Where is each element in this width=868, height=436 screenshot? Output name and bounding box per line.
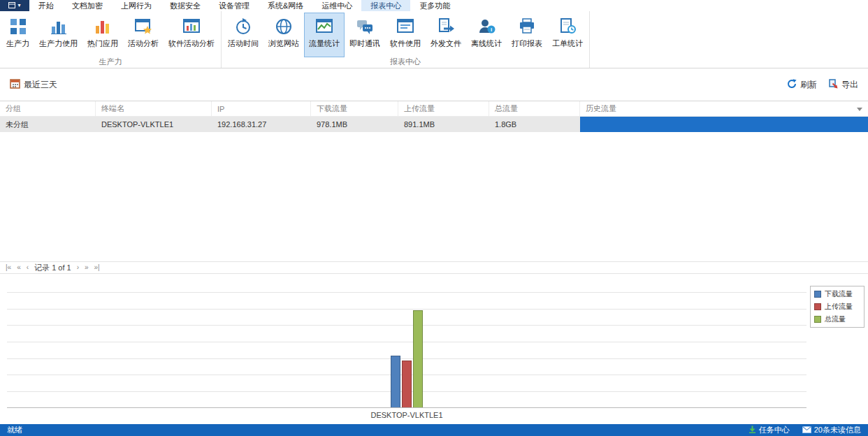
btn-traffic-stats[interactable]: 流量统计 — [304, 13, 345, 57]
first-page-icon[interactable]: |« — [6, 264, 11, 271]
date-range-label: 最近三天 — [24, 79, 57, 91]
chart-bar-group — [391, 310, 423, 407]
chevron-down-icon: ▾ — [17, 3, 20, 8]
cell-group: 未分组 — [0, 117, 96, 132]
ribbon-button-label: 活动分析 — [128, 38, 159, 49]
cell-upload: 891.1MB — [398, 117, 489, 132]
software-activity-icon — [182, 17, 201, 36]
btn-activity-analysis[interactable]: 活动分析 — [123, 13, 164, 57]
refresh-button[interactable]: 刷新 — [787, 79, 817, 91]
date-range-button[interactable]: 最近三天 — [10, 78, 57, 91]
chart-legend: 下载流量 上传流量 总流量 — [810, 286, 865, 328]
grid-icon — [9, 17, 27, 36]
history-traffic-bar — [580, 117, 868, 132]
status-bar: 就绪 任务中心 20条未读信息 — [0, 424, 868, 436]
ribbon-button-label: 软件活动分析 — [168, 38, 215, 49]
column-header-download[interactable]: 下载流量 — [311, 101, 398, 116]
tab-internet-behavior[interactable]: 上网行为 — [112, 0, 161, 11]
ribbon-group-label: 报表中心 — [223, 57, 588, 67]
column-header-terminal[interactable]: 终端名 — [96, 101, 212, 116]
activity-star-icon — [134, 17, 152, 36]
total-bar — [413, 310, 423, 407]
legend-label: 上传流量 — [825, 302, 853, 312]
table-header: 分组 终端名 IP 下载流量 上传流量 总流量 历史流量 — [0, 101, 868, 117]
fast-back-icon[interactable]: « — [17, 264, 21, 271]
traffic-pulse-icon — [315, 17, 333, 36]
ribbon-button-label: 离线统计 — [471, 38, 502, 49]
cell-terminal: DESKTOP-VLKTLE1 — [96, 117, 212, 132]
ribbon-tab-bar: ▾ 开始 文档加密 上网行为 数据安全 设备管理 系统&网络 运维中心 报表中心… — [0, 0, 868, 11]
globe-icon — [275, 17, 293, 36]
export-button[interactable]: 导出 — [828, 79, 858, 91]
legend-item: 下载流量 — [814, 289, 860, 299]
traffic-bar-chart: DESKTOP-VLKTLE1 下载流量 上传流量 总流量 — [0, 273, 868, 424]
column-header-history[interactable]: 历史流量 — [580, 101, 868, 116]
tab-system-network[interactable]: 系统&网络 — [259, 0, 312, 11]
ribbon-empty-space — [590, 11, 868, 68]
unread-messages-button[interactable]: 20条未读信息 — [802, 425, 861, 435]
btn-productivity-usage[interactable]: 生产力使用 — [34, 13, 82, 57]
outgoing-file-icon — [437, 17, 455, 36]
column-header-total[interactable]: 总流量 — [489, 101, 580, 116]
total-legend-swatch — [814, 316, 821, 323]
chart-gridline — [7, 292, 806, 293]
ribbon-button-label: 热门应用 — [87, 38, 118, 49]
upload-legend-swatch — [814, 303, 821, 310]
export-label: 导出 — [841, 79, 858, 91]
btn-browse-websites[interactable]: 浏览网站 — [263, 13, 304, 57]
column-header-ip[interactable]: IP — [212, 101, 311, 116]
table-empty-area — [0, 132, 868, 261]
tab-start[interactable]: 开始 — [29, 0, 63, 11]
prev-page-icon[interactable]: ‹ — [27, 264, 29, 271]
ribbon-button-label: 软件使用 — [390, 38, 421, 49]
ribbon-button-label: 工单统计 — [552, 38, 583, 49]
ribbon-group-label: 生产力 — [1, 57, 219, 67]
calendar-icon — [10, 78, 20, 91]
printer-icon — [518, 17, 536, 36]
btn-offline-stats[interactable]: i 离线统计 — [466, 13, 507, 57]
next-page-icon[interactable]: › — [77, 264, 79, 271]
legend-item: 总流量 — [814, 314, 860, 324]
btn-productivity[interactable]: 生产力 — [1, 13, 34, 57]
ribbon-button-label: 活动时间 — [228, 38, 259, 49]
legend-label: 总流量 — [825, 314, 846, 324]
cell-total: 1.8GB — [489, 117, 580, 132]
tab-data-security[interactable]: 数据安全 — [161, 0, 210, 11]
btn-instant-messaging[interactable]: 即时通讯 — [345, 13, 385, 57]
fast-forward-icon[interactable]: » — [85, 264, 89, 271]
refresh-label: 刷新 — [800, 79, 817, 91]
tab-document-encryption[interactable]: 文档加密 — [63, 0, 112, 11]
app-menu-button[interactable]: ▾ — [0, 0, 29, 11]
ticket-clock-icon — [558, 17, 577, 36]
btn-software-activity-analysis[interactable]: 软件活动分析 — [164, 13, 219, 57]
envelope-icon — [802, 426, 811, 435]
status-text: 就绪 — [7, 425, 22, 435]
cell-ip: 192.168.31.27 — [212, 117, 311, 132]
ribbon-button-label: 浏览网站 — [268, 38, 299, 49]
btn-outgoing-files[interactable]: 外发文件 — [426, 13, 466, 57]
ribbon-group-productivity: 生产力 生产力使用 热门应用 活动分析 软件活动分析 生产力 — [0, 11, 222, 68]
column-filter-icon[interactable] — [857, 108, 862, 111]
ribbon: 生产力 生产力使用 热门应用 活动分析 软件活动分析 生产力 — [0, 11, 868, 68]
refresh-icon — [787, 79, 797, 91]
tab-report-center[interactable]: 报表中心 — [361, 0, 410, 11]
table-row[interactable]: 未分组 DESKTOP-VLKTLE1 192.168.31.27 978.1M… — [0, 117, 868, 132]
unread-messages-label: 20条未读信息 — [814, 425, 861, 435]
btn-ticket-stats[interactable]: 工单统计 — [547, 13, 588, 57]
cell-download: 978.1MB — [311, 117, 398, 132]
column-header-group[interactable]: 分组 — [0, 101, 96, 116]
tab-more-features[interactable]: 更多功能 — [410, 0, 459, 11]
legend-item: 上传流量 — [814, 302, 860, 312]
download-legend-swatch — [814, 291, 821, 298]
usage-bars-icon — [50, 17, 68, 36]
btn-activity-time[interactable]: 活动时间 — [223, 13, 263, 57]
btn-hot-apps[interactable]: 热门应用 — [82, 13, 123, 57]
column-header-upload[interactable]: 上传流量 — [398, 101, 489, 116]
task-center-button[interactable]: 任务中心 — [748, 425, 790, 435]
btn-print-reports[interactable]: 打印报表 — [507, 13, 547, 57]
btn-software-usage[interactable]: 软件使用 — [385, 13, 426, 57]
task-center-label: 任务中心 — [759, 425, 790, 435]
tab-ops-center[interactable]: 运维中心 — [312, 0, 361, 11]
tab-device-management[interactable]: 设备管理 — [210, 0, 259, 11]
last-page-icon[interactable]: »| — [94, 264, 100, 271]
